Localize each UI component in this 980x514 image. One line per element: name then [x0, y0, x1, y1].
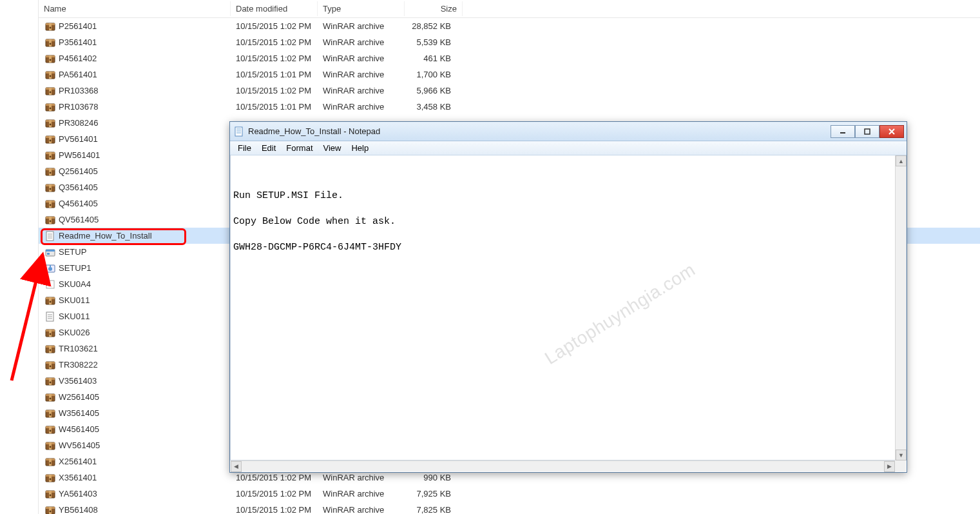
- svg-rect-6: [49, 39, 52, 46]
- svg-point-106: [50, 462, 52, 464]
- file-name: SKU026: [59, 328, 90, 337]
- file-name: Q4561405: [59, 199, 98, 208]
- archive-icon: [45, 392, 55, 402]
- menu-help[interactable]: Help: [346, 142, 374, 154]
- file-size: 7,925 KB: [405, 489, 463, 499]
- svg-point-35: [50, 155, 52, 157]
- column-size[interactable]: Size: [405, 1, 463, 16]
- file-date: 10/15/2015 1:02 PM: [231, 489, 318, 499]
- notepad-icon: [234, 126, 244, 137]
- file-row[interactable]: P356140110/15/2015 1:02 PMWinRAR archive…: [39, 34, 980, 50]
- file-row[interactable]: YA56140310/15/2015 1:02 PMWinRAR archive…: [39, 486, 980, 502]
- svg-point-51: [50, 220, 52, 222]
- archive-icon: [45, 360, 55, 370]
- menu-view[interactable]: View: [318, 142, 347, 154]
- minimize-button[interactable]: [831, 125, 855, 138]
- archive-icon: [45, 344, 55, 354]
- archive-icon: [45, 473, 55, 483]
- file-size: 5,539 KB: [405, 37, 463, 47]
- svg-rect-85: [49, 378, 52, 385]
- notepad-window: Readme_How_To_Install - Notepad File Edi…: [229, 121, 907, 473]
- svg-point-23: [50, 107, 52, 109]
- svg-point-78: [50, 349, 52, 351]
- notepad-text-area[interactable]: Laptophuynhgia.com Run SETUP.MSI File. C…: [230, 155, 907, 460]
- svg-point-110: [50, 478, 52, 480]
- file-name: X2561401: [59, 457, 97, 466]
- file-date: 10/15/2015 1:01 PM: [231, 70, 318, 79]
- archive-icon: [45, 102, 55, 112]
- column-date[interactable]: Date modified: [231, 1, 318, 16]
- scroll-down-button[interactable]: ▼: [896, 450, 907, 460]
- svg-rect-113: [49, 491, 52, 498]
- svg-rect-65: [49, 297, 52, 304]
- svg-rect-22: [49, 104, 52, 111]
- setup-icon: [45, 263, 55, 273]
- file-name: PA561401: [59, 70, 97, 79]
- file-name: Q3561405: [59, 183, 98, 192]
- file-size: 1,700 KB: [405, 70, 463, 79]
- maximize-button[interactable]: [855, 125, 879, 138]
- svg-point-102: [50, 446, 52, 448]
- svg-rect-117: [49, 507, 52, 514]
- archive-icon: [45, 440, 55, 451]
- column-name[interactable]: Name: [39, 1, 231, 16]
- svg-rect-30: [49, 136, 52, 143]
- archive-icon: [45, 489, 55, 499]
- menu-edit[interactable]: Edit: [256, 142, 281, 154]
- archive-icon: [45, 118, 55, 128]
- svg-rect-93: [49, 410, 52, 417]
- archive-icon: [45, 424, 55, 435]
- archive-icon: [45, 166, 55, 177]
- file-name: SKU011: [59, 295, 90, 305]
- archive-icon: [45, 150, 55, 161]
- file-date: 10/15/2015 1:02 PM: [231, 86, 318, 95]
- svg-point-82: [50, 365, 52, 367]
- scroll-up-button[interactable]: ▲: [896, 155, 907, 166]
- file-name: PW561401: [59, 150, 100, 160]
- file-row[interactable]: YB56140810/15/2015 1:02 PMWinRAR archive…: [39, 502, 980, 514]
- file-date: 10/15/2015 1:02 PM: [231, 21, 318, 31]
- file-row[interactable]: P456140210/15/2015 1:02 PMWinRAR archive…: [39, 50, 980, 66]
- scroll-left-button[interactable]: ◀: [231, 461, 242, 472]
- file-size: 3,458 KB: [405, 102, 463, 112]
- scroll-right-button[interactable]: ▶: [884, 461, 895, 472]
- vertical-scrollbar[interactable]: ▲ ▼: [895, 155, 906, 460]
- svg-rect-105: [49, 459, 52, 466]
- archive-icon: [45, 215, 55, 225]
- file-name: TR308222: [59, 360, 98, 370]
- menu-format[interactable]: Format: [281, 142, 318, 154]
- file-name: P3561401: [59, 37, 97, 47]
- file-row[interactable]: PR10367810/15/2015 1:01 PMWinRAR archive…: [39, 99, 980, 115]
- menu-file[interactable]: File: [233, 142, 256, 154]
- archive-icon: [45, 70, 55, 80]
- file-row[interactable]: PA56140110/15/2015 1:01 PMWinRAR archive…: [39, 66, 980, 83]
- close-button[interactable]: [879, 125, 904, 138]
- svg-rect-101: [49, 442, 52, 450]
- file-name: PR308246: [59, 118, 98, 128]
- file-row[interactable]: P256140110/15/2015 1:02 PMWinRAR archive…: [39, 18, 980, 34]
- svg-rect-120: [235, 127, 242, 136]
- svg-rect-57: [46, 250, 55, 252]
- file-date: 10/15/2015 1:02 PM: [231, 37, 318, 47]
- file-size: 990 KB: [405, 473, 463, 482]
- file-type: WinRAR archive: [318, 489, 405, 499]
- svg-rect-73: [49, 330, 52, 337]
- file-row[interactable]: PR10336810/15/2015 1:02 PMWinRAR archive…: [39, 83, 980, 99]
- text-line: GWH28-DGCMP-P6RC4-6J4MT-3HFDY: [233, 241, 903, 254]
- svg-rect-26: [49, 120, 52, 127]
- notepad-title: Readme_How_To_Install - Notepad: [248, 126, 831, 136]
- horizontal-scrollbar[interactable]: ◀ ▶: [231, 460, 895, 471]
- file-name: PV561401: [59, 134, 98, 144]
- msi-icon: [45, 247, 55, 257]
- column-type[interactable]: Type: [318, 1, 405, 16]
- svg-rect-81: [49, 362, 52, 369]
- svg-rect-89: [49, 394, 52, 401]
- resize-grip[interactable]: [895, 460, 906, 471]
- svg-point-15: [50, 75, 52, 77]
- svg-rect-10: [49, 55, 52, 63]
- notepad-titlebar[interactable]: Readme_How_To_Install - Notepad: [230, 122, 907, 141]
- watermark-text: Laptophuynhgia.com: [541, 259, 699, 369]
- svg-point-19: [50, 91, 52, 93]
- svg-rect-109: [49, 475, 52, 482]
- archive-icon: [45, 295, 55, 306]
